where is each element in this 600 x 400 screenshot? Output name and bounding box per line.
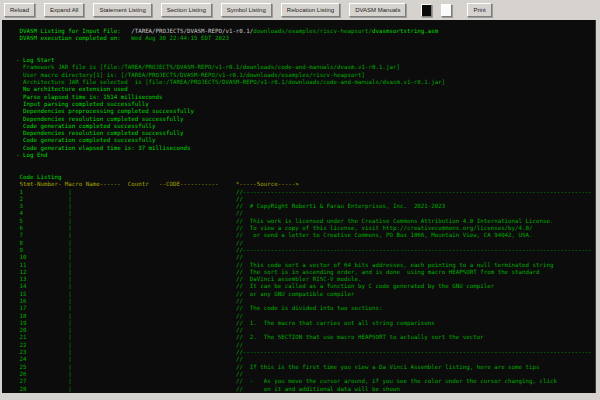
- log-entry-line: Architecture JAR file selected is [file:…: [16, 79, 595, 86]
- listing-row: 2 | //: [16, 196, 595, 203]
- log-start-line: - Log Start: [16, 57, 595, 64]
- expand-all-button[interactable]: Expand All: [44, 3, 84, 17]
- relocation-listing-button[interactable]: Relocation Listing: [281, 3, 340, 17]
- listing-row: 12 | // The sort is in ascending order, …: [16, 269, 595, 276]
- listing-row: 24 | //: [16, 356, 595, 363]
- listing-row: 10 | //: [16, 254, 595, 261]
- log-entry-line: No architecture extension used: [16, 86, 595, 93]
- listing-row: 9 | //----------------------------------…: [16, 247, 595, 254]
- log-entry-line: Framework JAR file is [file:/TAREA/PROJE…: [16, 64, 595, 71]
- black-color-swatch-button[interactable]: [421, 4, 432, 17]
- listing-row: 26 | //: [16, 371, 595, 378]
- listing-row: 11 | // This code sort a vector of 64 bi…: [16, 262, 595, 269]
- toolbar: Reload Expand All Statement Listing Sect…: [0, 0, 600, 20]
- listing-row: 1 | //----------------------------------…: [16, 189, 595, 196]
- log-entry-line: Code generation elapsed time is: 37 mill…: [16, 145, 595, 152]
- listing-output-panel[interactable]: DVASM Listing for Input File: /TAREA/PRO…: [2, 20, 596, 393]
- log-entry-line: Parse elapsed time is: 1514 milliseconds: [16, 94, 595, 101]
- listing-row: 19 | // 1. The macro that carries out al…: [16, 320, 595, 327]
- listing-column-header: Stmt-Number- Macro Name------ Countr --C…: [16, 181, 595, 188]
- listing-row: 27 | // - As you move the cursor around,…: [16, 378, 595, 385]
- print-button[interactable]: Print: [467, 3, 491, 17]
- listing-row: 5 | // This work is licensed under the C…: [16, 218, 595, 225]
- dvasm-manuals-button[interactable]: DVASM Manuals: [349, 3, 406, 17]
- statement-listing-button[interactable]: Statement Listing: [93, 3, 151, 17]
- log-entry-line: Input parsing completed successfully: [16, 101, 595, 108]
- log-entry-line: Code generation completed successfully: [16, 123, 595, 130]
- listing-row: 4 | //: [16, 210, 595, 217]
- listing-row: 13 | // DaVinci assembler RISC-V module.: [16, 276, 595, 283]
- listing-row: 7 | // or send a letter to Creative Comm…: [16, 232, 595, 239]
- log-entry-line: Code generation completed successfully: [16, 137, 595, 144]
- terminal-line: [16, 43, 595, 50]
- terminal-line: [16, 167, 595, 174]
- log-entry-line: Dependencies resolution completed succes…: [16, 116, 595, 123]
- terminal-line: [16, 50, 595, 57]
- reload-button[interactable]: Reload: [4, 3, 35, 17]
- listing-row: 16 | //: [16, 298, 595, 305]
- listing-row: 15 | // or any GNU compatible compiler: [16, 291, 595, 298]
- input-file-line: DVASM Listing for Input File: /TAREA/PRO…: [16, 28, 595, 35]
- listing-row: 23 | //---------------------------------…: [16, 349, 595, 356]
- listing-row: 6 | // To view a copy of this license, v…: [16, 225, 595, 232]
- listing-text: DVASM Listing for Input File: /TAREA/PRO…: [2, 20, 595, 393]
- log-end-line: - Log End: [16, 152, 595, 159]
- listing-row: 18 | //: [16, 313, 595, 320]
- listing-row: 14 | // It can be called as a function b…: [16, 283, 595, 290]
- white-color-swatch-button[interactable]: [441, 4, 452, 17]
- log-entry-line: Dependencies resolution completed succes…: [16, 130, 595, 137]
- execution-date-line: DVASM execution completed on: Wed Aug 30…: [16, 35, 595, 42]
- listing-row: 22 | //: [16, 342, 595, 349]
- listing-row: 25 | // If this is the first time you vi…: [16, 364, 595, 371]
- listing-row: 28 | // on it and additional data will b…: [16, 386, 595, 393]
- listing-row: 17 | // The code is divided into two sec…: [16, 305, 595, 312]
- listing-row: 8 | //: [16, 240, 595, 247]
- listing-row: 20 | //: [16, 327, 595, 334]
- listing-row: 21 | // 2. The SECTION that use macro HE…: [16, 334, 595, 341]
- section-listing-button[interactable]: Section Listing: [161, 3, 212, 17]
- log-entry-line: User macro directory[1] is: [/TAREA/PROJ…: [16, 72, 595, 79]
- code-listing-title: Code Listing: [16, 174, 595, 181]
- terminal-line: [16, 159, 595, 166]
- symbol-listing-button[interactable]: Symbol Listing: [221, 3, 272, 17]
- listing-row: 3 | // # CopyRight Roberti & Farau Enter…: [16, 203, 595, 210]
- log-entry-line: Dependencies preprocessing completed suc…: [16, 108, 595, 115]
